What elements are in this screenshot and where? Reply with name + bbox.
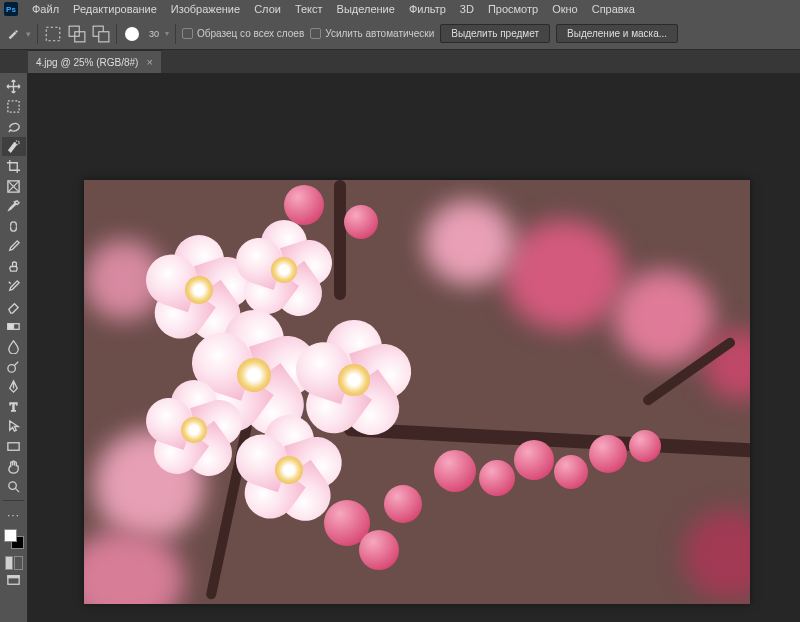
subtract-selection-icon[interactable]	[92, 25, 110, 43]
brush-size-value: 30	[149, 29, 159, 39]
menu-help[interactable]: Справка	[586, 2, 641, 16]
document-tab-bar: 4.jpg @ 25% (RGB/8#) ×	[0, 50, 800, 73]
eyedropper-tool[interactable]	[2, 197, 26, 216]
document-canvas[interactable]	[84, 180, 750, 604]
svg-rect-16	[8, 576, 19, 578]
app-logo: Ps	[4, 2, 18, 16]
hand-tool[interactable]	[2, 457, 26, 476]
color-swatches[interactable]	[4, 529, 24, 549]
eraser-tool[interactable]	[2, 297, 26, 316]
menu-file[interactable]: Файл	[26, 2, 65, 16]
svg-rect-5	[8, 101, 19, 112]
crop-tool[interactable]	[2, 157, 26, 176]
sample-all-layers-label: Образец со всех слоев	[197, 28, 304, 39]
svg-text:T: T	[10, 400, 18, 414]
menu-bar: Ps Файл Редактирование Изображение Слои …	[0, 0, 800, 18]
svg-rect-10	[8, 324, 14, 330]
svg-rect-4	[99, 31, 109, 41]
blur-tool[interactable]	[2, 337, 26, 356]
menu-text[interactable]: Текст	[289, 2, 329, 16]
svg-rect-0	[46, 27, 60, 41]
menu-image[interactable]: Изображение	[165, 2, 246, 16]
marquee-tool[interactable]	[2, 97, 26, 116]
menu-window[interactable]: Окно	[546, 2, 584, 16]
document-tab[interactable]: 4.jpg @ 25% (RGB/8#) ×	[28, 50, 161, 73]
menu-filter[interactable]: Фильтр	[403, 2, 452, 16]
tool-palette: T ···	[0, 73, 28, 622]
lasso-tool[interactable]	[2, 117, 26, 136]
svg-rect-13	[8, 443, 19, 451]
dodge-tool[interactable]	[2, 357, 26, 376]
svg-point-11	[8, 365, 16, 373]
sample-all-layers-checkbox[interactable]: Образец со всех слоев	[182, 28, 304, 39]
history-brush-tool[interactable]	[2, 277, 26, 296]
svg-point-14	[9, 482, 17, 490]
tool-preset-picker[interactable]	[6, 27, 20, 41]
menu-view[interactable]: Просмотр	[482, 2, 544, 16]
auto-enhance-label: Усилить автоматически	[325, 28, 434, 39]
new-selection-icon[interactable]	[44, 25, 62, 43]
menu-3d[interactable]: 3D	[454, 2, 480, 16]
type-tool[interactable]: T	[2, 397, 26, 416]
canvas-viewport[interactable]	[28, 73, 800, 622]
healing-brush-tool[interactable]	[2, 217, 26, 236]
quick-mask-toggle[interactable]	[5, 556, 23, 570]
menu-edit[interactable]: Редактирование	[67, 2, 163, 16]
document-tab-title: 4.jpg @ 25% (RGB/8#)	[36, 57, 138, 68]
add-selection-icon[interactable]	[68, 25, 86, 43]
clone-stamp-tool[interactable]	[2, 257, 26, 276]
screen-mode-icon[interactable]	[2, 571, 26, 590]
brush-tool[interactable]	[2, 237, 26, 256]
foreground-color[interactable]	[4, 529, 17, 542]
brush-preview-icon[interactable]	[123, 25, 141, 43]
zoom-tool[interactable]	[2, 477, 26, 496]
frame-tool[interactable]	[2, 177, 26, 196]
auto-enhance-checkbox[interactable]: Усилить автоматически	[310, 28, 434, 39]
pen-tool[interactable]	[2, 377, 26, 396]
select-and-mask-button[interactable]: Выделение и маска...	[556, 24, 678, 43]
path-select-tool[interactable]	[2, 417, 26, 436]
menu-select[interactable]: Выделение	[331, 2, 401, 16]
quick-select-tool[interactable]	[2, 137, 26, 156]
options-bar: ▾ 30 ▾ Образец со всех слоев Усилить авт…	[0, 18, 800, 50]
edit-toolbar-icon[interactable]: ···	[2, 505, 26, 524]
rectangle-tool[interactable]	[2, 437, 26, 456]
menu-layers[interactable]: Слои	[248, 2, 287, 16]
gradient-tool[interactable]	[2, 317, 26, 336]
select-subject-button[interactable]: Выделить предмет	[440, 24, 550, 43]
close-icon[interactable]: ×	[146, 56, 152, 68]
move-tool[interactable]	[2, 77, 26, 96]
